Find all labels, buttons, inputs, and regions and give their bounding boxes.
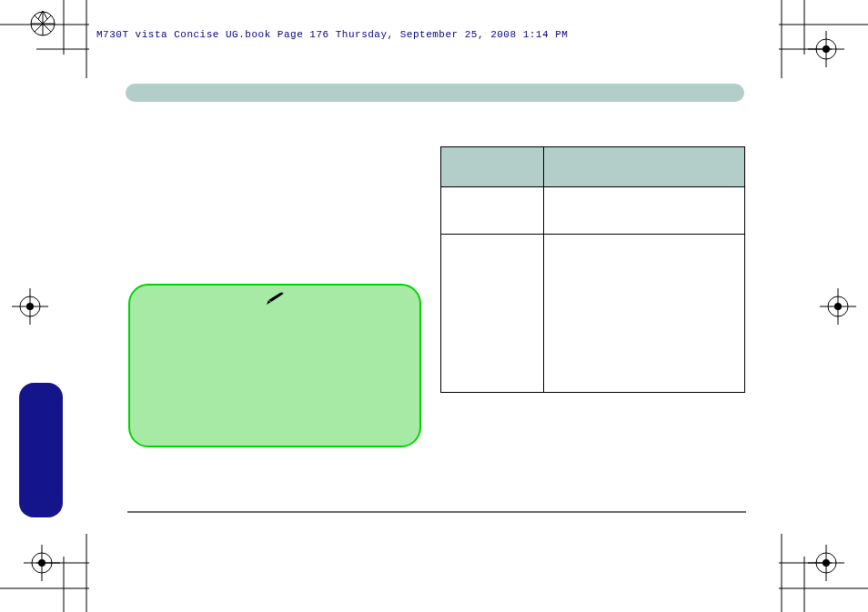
cropmark-top-right	[779, 0, 868, 78]
footer-divider	[127, 511, 746, 513]
table-cell	[543, 187, 744, 235]
table-cell	[441, 187, 544, 235]
table-cell	[441, 235, 544, 393]
cropmark-bottom-left	[0, 534, 89, 612]
cropmark-mid-right	[818, 286, 868, 326]
pen-icon	[265, 292, 285, 310]
table-row	[441, 187, 745, 235]
info-table	[440, 146, 745, 393]
note-box	[128, 284, 421, 447]
cropmark-mid-left	[0, 286, 50, 326]
table-header-1	[441, 147, 544, 187]
table-header-2	[543, 147, 744, 187]
table-cell	[543, 235, 744, 393]
cropmark-top-left	[0, 0, 89, 78]
page-metadata-header: M730T vista Concise UG.book Page 176 Thu…	[96, 29, 568, 40]
section-title-bar	[126, 84, 744, 102]
table-row	[441, 235, 745, 393]
side-tab	[19, 383, 63, 517]
cropmark-bottom-right	[779, 534, 868, 612]
